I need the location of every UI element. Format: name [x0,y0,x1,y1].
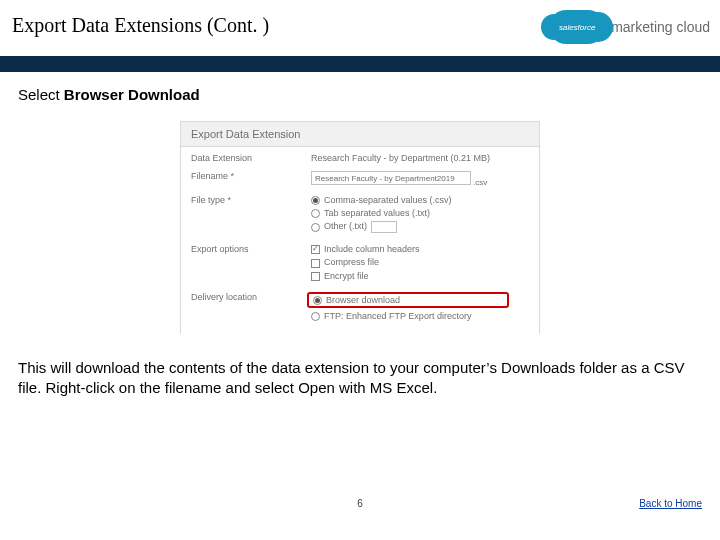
radio-txt[interactable] [311,209,320,218]
option-browser: Browser download [326,295,400,305]
label-filename: Filename * [191,171,311,187]
option-other: Other (.txt) [324,222,367,232]
instruction-line: Select Browser Download [18,86,702,103]
row-filename: Filename * Research Faculty - by Departm… [181,165,539,189]
slide-title: Export Data Extensions (Cont. ) [12,14,269,37]
option-compress: Compress file [324,257,379,267]
radio-browser[interactable] [313,296,322,305]
check-encrypt[interactable] [311,272,320,281]
description-text: This will download the contents of the d… [0,334,720,399]
radio-ftp[interactable] [311,312,320,321]
label-delivery: Delivery location [191,292,311,324]
row-delivery: Delivery location Browser download FTP: … [181,286,539,326]
header-divider-bar [0,56,720,72]
page-number: 6 [357,498,363,509]
check-compress[interactable] [311,259,320,268]
salesforce-cloud-icon: salesforce [549,10,605,44]
dialog-title: Export Data Extension [180,121,539,147]
label-export-options: Export options [191,244,311,283]
slide-footer: 6 Back to Home [0,498,720,528]
value-data-extension: Research Faculty - by Department (0.21 M… [311,153,529,163]
radio-csv[interactable] [311,196,320,205]
instruction-bold: Browser Download [64,86,200,103]
option-txt: Tab separated values (.txt) [324,208,430,218]
logo-group: salesforce marketing cloud [549,10,710,44]
check-headers[interactable] [311,245,320,254]
salesforce-logo-text: salesforce [559,23,595,32]
option-encrypt: Encrypt file [324,271,369,281]
row-export-options: Export options Include column headers Co… [181,238,539,285]
option-ftp: FTP: Enhanced FTP Export directory [324,311,471,321]
label-data-extension: Data Extension [191,153,311,163]
instruction-prefix: Select [18,86,64,103]
slide-header: Export Data Extensions (Cont. ) salesfor… [0,0,720,56]
option-headers: Include column headers [324,244,420,254]
label-file-type: File type * [191,195,311,236]
row-data-extension: Data Extension Research Faculty - by Dep… [181,147,539,165]
export-dialog-screenshot: Export Data Extension Data Extension Res… [180,121,540,334]
row-file-type: File type * Comma-separated values (.csv… [181,189,539,238]
filename-input[interactable]: Research Faculty - by Department2019 [311,171,471,185]
browser-download-highlight: Browser download [307,292,509,308]
option-csv: Comma-separated values (.csv) [324,195,452,205]
marketing-cloud-text: marketing cloud [611,19,710,35]
back-to-home-link[interactable]: Back to Home [639,498,702,509]
other-ext-input[interactable] [371,221,397,233]
radio-other[interactable] [311,223,320,232]
filename-ext: .csv [473,178,487,187]
